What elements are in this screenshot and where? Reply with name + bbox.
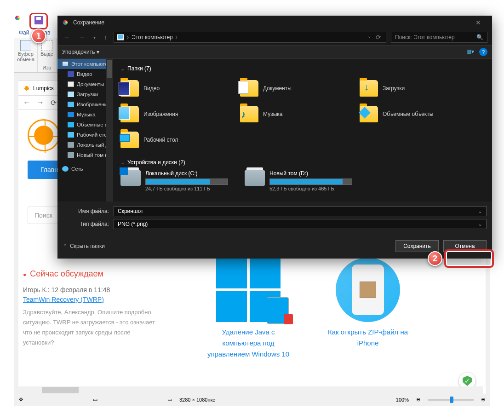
nav-back-icon[interactable]: ←	[62, 34, 72, 41]
drive-c[interactable]: Локальный диск (C:) 24,7 ГБ свободно из …	[120, 170, 235, 191]
organize-button[interactable]: Упорядочить ▾	[62, 49, 99, 55]
card-zip[interactable]: Как открыть ZIP-файл на iPhone	[322, 258, 414, 360]
forward-icon[interactable]: →	[37, 98, 44, 107]
canvas-dimensions: 3280 × 1080пкс	[179, 397, 215, 403]
dialog-footer: Скрыть папки Сохранить Отмена	[57, 236, 492, 259]
tree-disk-c[interactable]: Локальный дис	[57, 140, 113, 150]
folder-music[interactable]: Музыка	[240, 102, 355, 126]
move-cursor-icon: ✥	[19, 397, 23, 403]
dialog-search-input[interactable]: Поиск: Этот компьютер 🔍	[391, 32, 487, 43]
dialog-nav: ← → ▾ ↑ › Этот компьютер › ⌄ ⟳ Поиск: Эт…	[57, 29, 492, 45]
selection-icon: ▭	[93, 397, 97, 403]
tree-network[interactable]: Сеть	[57, 164, 113, 174]
zoom-slider[interactable]	[428, 399, 474, 401]
filename-input[interactable]: Скриншот⌄	[114, 206, 487, 216]
save-dialog: Сохранение ✕ ← → ▾ ↑ › Этот компьютер › …	[57, 16, 492, 258]
dialog-title: Сохранение	[73, 19, 104, 26]
dialog-fields: Имя файла: Скриншот⌄ Тип файла: PNG (*.p…	[57, 201, 492, 236]
zip-box-icon	[360, 282, 376, 298]
callout-highlight-save-icon	[29, 13, 48, 29]
refresh-icon[interactable]: ⟳	[374, 34, 383, 41]
save-button[interactable]: Сохранить	[395, 240, 439, 252]
drive-d[interactable]: Новый том (D:) 52,3 ГБ свободно из 465 Г…	[245, 170, 360, 191]
paint-horizontal-scrollbar[interactable]	[14, 386, 483, 394]
discuss-heading: Сейчас обсуждаем	[23, 269, 161, 279]
folders-header[interactable]: Папки (7)	[120, 65, 485, 72]
address-location: Этот компьютер	[132, 34, 173, 40]
clipboard-button[interactable]: Буфер обмена	[17, 40, 34, 62]
site-favicon-icon	[23, 85, 30, 92]
close-button[interactable]: ✕	[469, 19, 487, 26]
filetype-label: Тип файла:	[63, 221, 114, 227]
nav-recent-icon[interactable]: ▾	[92, 35, 97, 40]
filename-label: Имя файла:	[63, 208, 114, 214]
paint-app-icon	[17, 17, 24, 24]
nav-up-icon[interactable]: ↑	[102, 34, 109, 41]
content-pane: Папки (7) Видео Документы Загрузки Изобр…	[113, 59, 492, 201]
folder-3d-objects[interactable]: Объемные объекты	[360, 102, 475, 126]
folder-images[interactable]: Изображения	[120, 102, 235, 126]
phone-icon	[336, 258, 400, 322]
site-logo-icon	[28, 119, 60, 151]
zoom-out-button[interactable]: ⊖	[416, 397, 420, 403]
tree-this-pc[interactable]: Этот компьютер	[57, 59, 113, 69]
dialog-toolbar: Упорядочить ▾ ▦▾ ?	[57, 45, 492, 59]
reload-icon[interactable]: ⟳	[51, 98, 57, 107]
folder-documents[interactable]: Документы	[240, 76, 355, 100]
folder-desktop[interactable]: Рабочий стол	[120, 128, 235, 152]
pc-icon	[117, 34, 124, 40]
tree-disk-d[interactable]: Новый том (D:)	[57, 150, 113, 160]
dims-icon: ▭	[167, 397, 172, 403]
paint-status-bar: ✥ ▭ ▭ 3280 × 1080пкс 100% ⊖ ⊕	[14, 394, 490, 405]
discuss-block: Сейчас обсуждаем Игорь К.: 12 февраля в …	[23, 269, 161, 348]
dialog-app-icon	[62, 19, 69, 26]
callout-2: 2	[428, 251, 442, 266]
java-icon	[267, 297, 289, 324]
tree-documents[interactable]: Документы	[57, 79, 113, 89]
drives-header[interactable]: Устройства и диски (2)	[120, 159, 485, 166]
view-options-icon[interactable]: ▦▾	[465, 48, 475, 56]
nav-forward-icon[interactable]: →	[77, 34, 87, 41]
tree-3d-objects[interactable]: Объемные объ	[57, 120, 113, 130]
help-icon[interactable]: ?	[479, 48, 487, 56]
callout-1: 1	[31, 29, 46, 43]
address-bar[interactable]: › Этот компьютер › ⌄ ⟳	[114, 32, 386, 43]
nav-tree[interactable]: Этот компьютер Видео Документы Загрузки …	[57, 59, 113, 201]
search-icon: 🔍	[476, 34, 483, 40]
tree-music[interactable]: Музыка	[57, 109, 113, 120]
cards-area: Удаление Java с компьютера под управлени…	[202, 258, 414, 360]
zoom-in-button[interactable]: ⊕	[481, 397, 485, 403]
tree-video[interactable]: Видео	[57, 69, 113, 79]
tab-title: Lumpics	[33, 85, 54, 92]
image-group-label: Изо	[42, 65, 51, 70]
back-icon[interactable]: ←	[23, 98, 30, 107]
drive-d-icon	[245, 170, 265, 186]
addr-dropdown-icon[interactable]: ⌄	[366, 34, 373, 41]
cancel-button[interactable]: Отмена	[443, 240, 487, 252]
discuss-meta: Игорь К.: 12 февраля в 11:48	[23, 286, 161, 293]
zoom-value: 100%	[396, 397, 409, 403]
folder-downloads[interactable]: Загрузки	[360, 76, 475, 100]
folder-video[interactable]: Видео	[120, 76, 235, 100]
discuss-link[interactable]: TeamWin Recovery (TWRP)	[23, 296, 104, 303]
dialog-titlebar: Сохранение ✕	[57, 16, 492, 29]
discuss-text: Здравствуйте, Александр. Опишите подробн…	[23, 307, 161, 348]
hide-folders-button[interactable]: Скрыть папки	[63, 243, 105, 249]
tree-desktop[interactable]: Рабочий стол	[57, 130, 113, 140]
tree-downloads[interactable]: Загрузки	[57, 89, 113, 99]
select-button[interactable]: Выде	[40, 40, 53, 57]
tree-images[interactable]: Изображения	[57, 99, 113, 109]
tree-scrollbar[interactable]	[106, 59, 113, 201]
card-java[interactable]: Удаление Java с компьютера под управлени…	[202, 258, 294, 360]
drive-c-icon	[120, 170, 141, 186]
filetype-select[interactable]: PNG (*.png)⌄	[114, 219, 487, 229]
